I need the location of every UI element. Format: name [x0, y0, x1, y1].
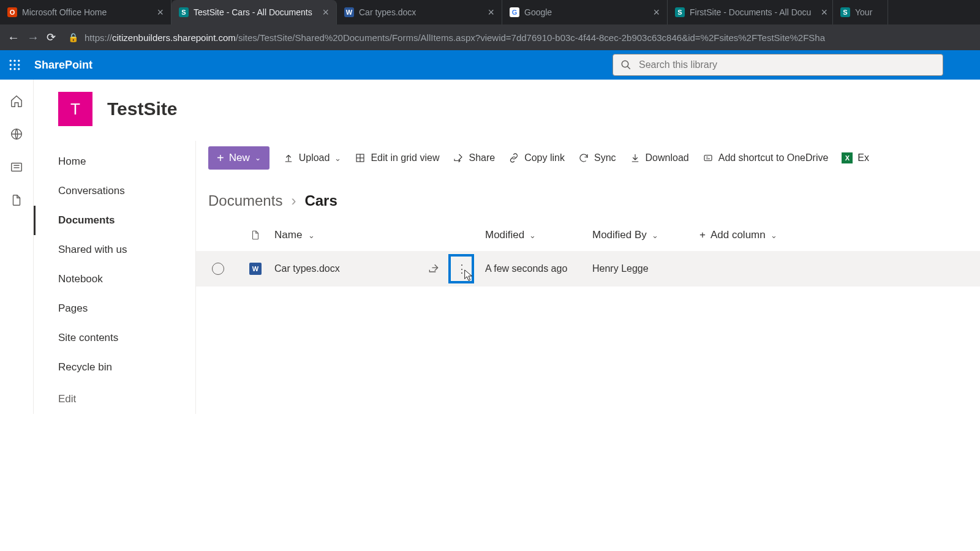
browser-tab[interactable]: W Car types.docx ×	[337, 0, 502, 24]
browser-toolbar: ← → ⟳ 🔒 https://citizenbuilders.sharepoi…	[0, 24, 980, 50]
product-name[interactable]: SharePoint	[34, 59, 92, 72]
browser-tab[interactable]: G Google ×	[502, 0, 668, 24]
tab-label: Car types.docx	[359, 7, 416, 17]
close-icon[interactable]: ×	[152, 6, 164, 19]
close-icon[interactable]: ×	[816, 6, 827, 19]
left-navigation: Home Conversations Documents Shared with…	[34, 141, 196, 414]
sharepoint-favicon: S	[675, 7, 685, 17]
word-favicon: W	[344, 7, 354, 17]
svg-point-2	[18, 60, 20, 62]
command-bar: + New ⌄ Upload ⌄ Edit in grid view	[196, 141, 980, 175]
svg-point-1	[13, 60, 15, 62]
lock-icon: 🔒	[68, 32, 78, 42]
app-bar	[0, 80, 34, 414]
browser-tab[interactable]: S FirstSite - Documents - All Docu ×	[668, 0, 833, 24]
share-button[interactable]: Share	[453, 152, 495, 163]
modified-value: A few seconds ago	[485, 263, 567, 274]
chevron-down-icon: ⌄	[334, 154, 341, 163]
new-label: New	[229, 152, 250, 164]
modified-by-column-header[interactable]: Modified By ⌄	[592, 229, 699, 241]
svg-rect-18	[704, 156, 712, 161]
sync-button[interactable]: Sync	[578, 152, 616, 163]
url-path: /sites/TestSite/Shared%20Documents/Forms…	[236, 32, 825, 43]
cursor-pointer-icon	[463, 269, 474, 285]
files-icon[interactable]	[10, 193, 23, 207]
chevron-right-icon: ›	[291, 192, 296, 209]
plus-icon: +	[699, 229, 706, 241]
nav-recycle-bin[interactable]: Recycle bin	[34, 353, 195, 382]
search-box[interactable]	[612, 54, 943, 76]
site-header: T TestSite	[34, 80, 980, 141]
select-row-checkbox[interactable]	[212, 263, 224, 275]
tab-label: TestSite - Cars - All Documents	[194, 7, 312, 17]
back-button[interactable]: ←	[7, 31, 20, 45]
svg-point-8	[18, 68, 20, 70]
column-headers: Name ⌄ Modified ⌄ Modified By ⌄ + Add co…	[196, 219, 980, 251]
chevron-down-icon: ⌄	[308, 231, 315, 240]
sync-label: Sync	[594, 152, 616, 163]
svg-point-4	[13, 64, 15, 66]
file-row[interactable]: W Car types.docx ⋮	[196, 251, 980, 287]
copy-link-label: Copy link	[524, 152, 565, 163]
nav-shared-with-us[interactable]: Shared with us	[34, 235, 195, 264]
more-actions-button[interactable]: ⋮	[448, 254, 474, 283]
modified-by-value[interactable]: Henry Legge	[592, 263, 649, 274]
modified-column-header[interactable]: Modified ⌄	[485, 229, 592, 241]
nav-conversations[interactable]: Conversations	[34, 176, 195, 206]
nav-home[interactable]: Home	[34, 147, 195, 176]
edit-grid-label: Edit in grid view	[371, 152, 439, 163]
download-label: Download	[646, 152, 689, 163]
nav-edit[interactable]: Edit	[34, 384, 195, 414]
site-logo[interactable]: T	[58, 92, 92, 126]
upload-label: Upload	[299, 152, 330, 163]
add-column-button[interactable]: + Add column ⌄	[699, 229, 777, 241]
new-button[interactable]: + New ⌄	[208, 146, 270, 170]
close-icon[interactable]: ×	[648, 6, 660, 19]
main-area: T TestSite Home Conversations Documents …	[0, 80, 980, 414]
add-shortcut-button[interactable]: Add shortcut to OneDrive	[703, 152, 829, 163]
svg-point-7	[13, 68, 15, 70]
file-name[interactable]: Car types.docx	[274, 263, 340, 274]
news-icon[interactable]	[10, 160, 23, 174]
browser-tab[interactable]: S Your	[833, 0, 888, 24]
edit-grid-button[interactable]: Edit in grid view	[355, 152, 439, 163]
close-icon[interactable]: ×	[483, 6, 494, 19]
share-row-icon[interactable]	[428, 263, 440, 275]
nav-pages[interactable]: Pages	[34, 294, 195, 323]
excel-icon: X	[842, 152, 853, 163]
home-icon[interactable]	[10, 94, 23, 108]
nav-documents[interactable]: Documents	[34, 206, 195, 235]
site-title[interactable]: TestSite	[107, 99, 177, 119]
forward-button[interactable]: →	[27, 31, 39, 45]
shortcut-label: Add shortcut to OneDrive	[718, 152, 829, 163]
browser-tab[interactable]: O Microsoft Office Home ×	[0, 0, 172, 24]
copy-link-button[interactable]: Copy link	[508, 152, 565, 163]
chevron-down-icon: ⌄	[255, 154, 261, 162]
tab-label: Google	[524, 7, 552, 17]
svg-point-0	[10, 60, 12, 62]
breadcrumb-current: Cars	[304, 192, 337, 209]
svg-rect-12	[12, 163, 22, 171]
svg-point-3	[10, 64, 12, 66]
globe-icon[interactable]	[10, 127, 23, 141]
browser-tab-strip: O Microsoft Office Home × S TestSite - C…	[0, 0, 980, 24]
close-icon[interactable]: ×	[317, 6, 329, 19]
address-bar[interactable]: 🔒 https://citizenbuilders.sharepoint.com…	[63, 28, 973, 47]
download-button[interactable]: Download	[630, 152, 689, 163]
export-excel-button[interactable]: X Ex	[842, 152, 869, 163]
breadcrumb-root[interactable]: Documents	[208, 192, 282, 209]
nav-notebook[interactable]: Notebook	[34, 264, 195, 294]
upload-button[interactable]: Upload ⌄	[283, 152, 342, 163]
app-launcher-icon[interactable]	[0, 50, 29, 80]
chevron-down-icon: ⌄	[529, 231, 536, 240]
tab-label: Microsoft Office Home	[22, 7, 107, 17]
file-type-column-icon[interactable]	[240, 229, 271, 241]
nav-site-contents[interactable]: Site contents	[34, 323, 195, 353]
browser-tab[interactable]: S TestSite - Cars - All Documents ×	[172, 0, 337, 24]
search-input[interactable]	[639, 59, 935, 70]
tab-label: Your	[855, 7, 872, 17]
sharepoint-favicon: S	[840, 7, 850, 17]
name-column-header[interactable]: Name ⌄	[271, 229, 485, 241]
reload-button[interactable]: ⟳	[47, 31, 56, 44]
chevron-down-icon: ⌄	[771, 231, 777, 240]
